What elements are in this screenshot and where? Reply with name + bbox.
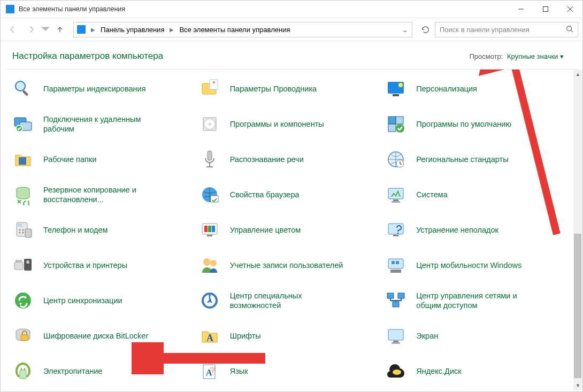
item-label: Персонализация [416,84,477,94]
control-panel-item[interactable]: Центр управления сетями и общим доступом [385,287,572,314]
scroll-down-button[interactable]: ▼ [573,381,582,390]
item-label: Центр управления сетями и общим доступом [416,291,539,310]
control-panel-item[interactable]: Центр специальных возможностей [199,287,386,314]
scroll-up-button[interactable]: ▲ [573,70,582,79]
maximize-button[interactable] [533,1,558,18]
window-controls [509,1,582,18]
control-panel-item[interactable]: Рабочие папки [12,145,199,173]
control-panel-item[interactable]: Электропитание [12,357,199,385]
content-area: Параметры индексированияПараметры Провод… [1,70,582,390]
sync-icon [12,290,34,311]
control-panel-item[interactable]: Язык [199,357,386,385]
control-panel-icon [6,5,14,13]
item-label: Центр мобильности Windows [416,260,521,270]
heading-row: Настройка параметров компьютера Просмотр… [1,41,582,69]
item-label: Устройства и принтеры [43,260,127,270]
search-input[interactable]: Поиск в панели управления [435,22,578,37]
item-label: Программы по умолчанию [416,119,511,129]
item-label: Экран [416,331,438,341]
system-icon [385,184,406,205]
forward-button[interactable] [23,21,39,37]
item-label: Яндекс.Диск [416,366,461,376]
workfolders-icon [12,149,34,170]
search-placeholder: Поиск в панели управления [440,26,566,34]
item-label: Свойства браузера [230,190,300,199]
folder-options-icon [199,78,220,99]
control-panel-item[interactable]: Подключения к удаленным рабочим [12,110,199,138]
personalization-icon [385,78,406,99]
minimize-button[interactable] [509,1,533,18]
control-panel-item[interactable]: Система [385,181,572,209]
up-button[interactable] [52,21,68,37]
items-grid: Параметры индексированияПараметры Провод… [12,75,572,385]
ease-icon [199,290,220,311]
navigation-bar: ▶ Панель управления ▶ Все элементы панел… [1,18,582,41]
item-label: Электропитание [43,366,102,376]
control-panel-item[interactable]: Устранение неполадок [385,216,572,244]
control-panel-item[interactable]: Резервное копирование и восстановлени... [12,181,199,209]
control-panel-item[interactable]: Устройства и принтеры [12,251,199,279]
address-bar[interactable]: ▶ Панель управления ▶ Все элементы панел… [73,22,412,37]
remote-icon [12,113,34,135]
item-label: Резервное копирование и восстановлени... [43,185,166,204]
view-by-dropdown[interactable]: Крупные значки ▾ [507,52,564,60]
mobility-icon [385,255,406,276]
control-panel-window: Все элементы панели управления ▶ Панель … [0,0,583,392]
control-panel-item[interactable]: Шрифты [199,322,386,350]
scrollbar[interactable]: ▲ ▼ [573,70,582,390]
item-label: Подключения к удаленным рабочим [43,114,166,134]
item-label: Параметры индексирования [43,84,146,94]
refresh-button[interactable] [418,22,433,37]
recent-locations-button[interactable] [41,21,50,37]
view-by-label: Просмотр: [469,52,503,60]
control-panel-item[interactable]: Телефон и модем [12,216,199,244]
view-by: Просмотр: Крупные значки ▾ [469,52,564,60]
control-panel-item[interactable]: Программы и компоненты [199,110,386,138]
control-panel-item[interactable]: Яндекс.Диск [385,357,572,385]
control-panel-item[interactable]: Распознавание речи [199,145,386,173]
control-panel-item[interactable]: Параметры индексирования [12,75,199,103]
control-panel-item[interactable]: Программы по умолчанию [385,110,572,138]
control-panel-item[interactable]: Учетные записи пользователей [199,251,386,279]
control-panel-item[interactable]: Центр мобильности Windows [385,251,572,279]
defaults-icon [385,113,406,135]
back-button[interactable] [5,21,21,37]
region-icon [385,149,406,170]
power-icon [12,360,34,382]
control-panel-item[interactable]: Шифрование диска BitLocker [12,322,199,350]
control-panel-item[interactable]: Экран [385,322,572,350]
devices-icon [12,255,34,276]
control-panel-item[interactable]: Персонализация [385,75,572,103]
window-title: Все элементы панели управления [19,5,509,13]
item-label: Центр синхронизации [43,296,122,305]
page-title: Настройка параметров компьютера [12,51,163,62]
chevron-right-icon: ▶ [91,27,95,33]
programs-icon [199,113,220,135]
address-dropdown-button[interactable]: ⌄ [401,26,409,34]
control-panel-item[interactable]: Центр синхронизации [12,287,199,314]
item-label: Система [416,190,447,199]
breadcrumb-segment[interactable]: Все элементы панели управления [179,26,290,34]
control-panel-item[interactable]: Параметры Проводника [199,75,386,103]
yadisk-icon [385,360,406,382]
network-icon [385,290,406,311]
internet-icon [199,184,220,205]
breadcrumb-segment[interactable]: Панель управления [101,26,164,34]
magnifier-icon [12,78,34,99]
troubleshoot-icon [385,219,406,241]
svg-line-5 [571,30,573,32]
scrollbar-thumb[interactable] [574,234,581,378]
control-panel-item[interactable]: Региональные стандарты [385,145,572,173]
display-icon [385,325,406,347]
users-icon [199,255,220,276]
item-label: Устранение неполадок [416,225,498,235]
item-label: Шрифты [230,331,261,341]
control-panel-item[interactable]: Управление цветом [199,216,386,244]
item-label: Распознавание речи [230,155,304,164]
close-button[interactable] [558,1,582,18]
svg-rect-1 [543,7,548,12]
item-label: Региональные стандарты [416,155,508,164]
control-panel-item[interactable]: Свойства браузера [199,181,386,209]
item-label: Шифрование диска BitLocker [43,331,148,341]
item-label: Телефон и модем [43,225,108,235]
